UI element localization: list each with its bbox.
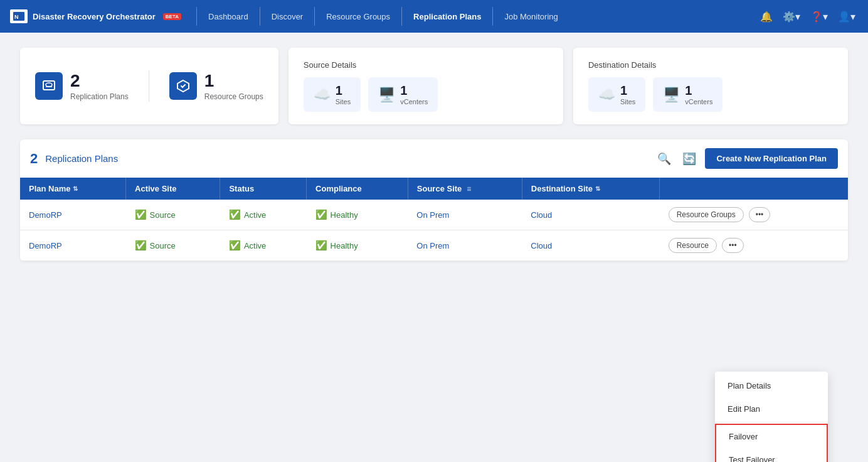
- nav-resource-groups[interactable]: Resource Groups: [317, 12, 399, 21]
- row2-source-site: On Prem: [408, 230, 522, 261]
- replication-count: 2: [70, 71, 129, 91]
- main-stats-card: 2 Replication Plans 1 Resource Groups: [20, 48, 278, 124]
- table-actions: 🔍 🔄 Create New Replication Plan: [655, 148, 838, 169]
- destination-vcenters-label: vCenters: [685, 98, 712, 105]
- row2-active-site: ✅ Source: [126, 230, 220, 261]
- col-status[interactable]: Status: [220, 178, 307, 200]
- source-vcenters-item: 🖥️ 1 vCenters: [368, 77, 438, 112]
- row2-plan-link[interactable]: DemoRP: [29, 241, 62, 250]
- svg-rect-2: [43, 81, 55, 90]
- user-icon[interactable]: 👤▾: [835, 8, 858, 25]
- row1-more-actions-button[interactable]: •••: [749, 207, 771, 222]
- col-plan-name[interactable]: Plan Name ⇅: [20, 178, 126, 200]
- search-button[interactable]: 🔍: [655, 149, 674, 168]
- row2-plan-name: DemoRP: [20, 230, 126, 261]
- row1-active-site: ✅ Source: [126, 200, 220, 230]
- row2-status-check-icon: ✅: [229, 240, 241, 251]
- row1-status-value: Active: [244, 210, 266, 220]
- navbar-right: 🔔 ⚙️▾ ❓▾ 👤▾: [758, 8, 858, 25]
- notification-icon[interactable]: 🔔: [758, 8, 775, 25]
- brand: N Disaster Recovery Orchestrator BETA: [10, 9, 181, 23]
- row1-destination-site: Cloud: [522, 200, 659, 230]
- dropdown-divider-1: [715, 422, 828, 422]
- main-content: 2 Replication Plans 1 Resource Groups: [0, 33, 868, 276]
- row1-status-check-icon: ✅: [229, 209, 241, 220]
- nav-replication-plans[interactable]: Replication Plans: [405, 12, 490, 21]
- dropdown-plan-details[interactable]: Plan Details: [715, 374, 828, 397]
- row2-compliance-value: Healthy: [331, 241, 358, 250]
- destination-vcenter-icon: 🖥️: [663, 87, 680, 103]
- row1-compliance-check-icon: ✅: [315, 209, 327, 220]
- table-section: 2 Replication Plans 🔍 🔄 Create New Repli…: [20, 139, 848, 261]
- source-vcenter-icon: 🖥️: [378, 87, 395, 103]
- row1-compliance-value: Healthy: [331, 210, 358, 220]
- beta-badge: BETA: [163, 13, 181, 20]
- replication-label: Replication Plans: [70, 92, 129, 101]
- source-sites-label: Sites: [336, 98, 351, 105]
- destination-detail-items: ☁️ 1 Sites 🖥️ 1 vCenters: [588, 77, 833, 112]
- dropdown-edit-plan[interactable]: Edit Plan: [715, 397, 828, 421]
- nav-divider-5: [492, 7, 493, 26]
- destination-sort-icon: ⇅: [595, 185, 600, 192]
- row1-compliance: ✅ Healthy: [307, 200, 408, 230]
- row2-source-link[interactable]: On Prem: [416, 241, 449, 250]
- dropdown-test-failover[interactable]: Test Failover: [716, 448, 827, 462]
- nav-divider-4: [401, 7, 402, 26]
- col-destination-site[interactable]: Destination Site ⇅: [522, 178, 659, 200]
- plan-count: 2: [30, 151, 38, 167]
- source-cloud-icon: ☁️: [314, 87, 331, 103]
- navbar: N Disaster Recovery Orchestrator BETA Da…: [0, 0, 868, 33]
- nav-dashboard[interactable]: Dashboard: [199, 12, 257, 21]
- destination-details-title: Destination Details: [588, 60, 833, 70]
- nav-job-monitoring[interactable]: Job Monitoring: [495, 12, 566, 21]
- table-row: DemoRP ✅ Source ✅ Active: [20, 230, 848, 261]
- destination-details-card: Destination Details ☁️ 1 Sites 🖥️ 1 vCen…: [573, 48, 848, 124]
- resource-groups-stat: 1 Resource Groups: [169, 71, 263, 101]
- plan-count-label: Replication Plans: [45, 153, 118, 164]
- row2-status-value: Active: [244, 241, 266, 250]
- row2-compliance-check-icon: ✅: [315, 240, 327, 251]
- source-details-title: Source Details: [304, 60, 548, 70]
- nav-divider-1: [196, 7, 197, 26]
- table-row: DemoRP ✅ Source ✅ Active: [20, 200, 848, 230]
- col-active-site[interactable]: Active Site: [126, 178, 220, 200]
- refresh-button[interactable]: 🔄: [680, 149, 699, 168]
- nav-discover[interactable]: Discover: [263, 12, 312, 21]
- plan-name-sort-icon: ⇅: [73, 185, 78, 192]
- row2-active-check-icon: ✅: [135, 240, 147, 251]
- source-filter-icon: ≡: [467, 185, 471, 193]
- brand-name: Disaster Recovery Orchestrator: [33, 12, 156, 21]
- nav-divider-3: [314, 7, 315, 26]
- replication-table: Plan Name ⇅ Active Site Status: [20, 178, 848, 261]
- replication-plans-stat: 2 Replication Plans: [35, 71, 129, 101]
- replication-plans-icon: [35, 72, 63, 100]
- resource-label: Resource Groups: [204, 92, 263, 101]
- row1-status: ✅ Active: [220, 200, 307, 230]
- row1-resource-groups-button[interactable]: Resource Groups: [669, 207, 744, 222]
- source-vcenters-label: vCenters: [400, 98, 428, 105]
- row2-more-actions-button[interactable]: •••: [722, 238, 744, 253]
- row2-status: ✅ Active: [220, 230, 307, 261]
- col-source-site[interactable]: Source Site ≡: [408, 178, 522, 200]
- row2-resource-groups-button[interactable]: Resource: [669, 238, 717, 253]
- row2-destination-link[interactable]: Cloud: [531, 241, 552, 250]
- source-vcenters-count: 1: [400, 83, 428, 98]
- row1-actions: Resource Groups •••: [660, 200, 848, 230]
- table-header-row: Plan Name ⇅ Active Site Status: [20, 178, 848, 200]
- destination-sites-label: Sites: [620, 98, 635, 105]
- destination-sites-count: 1: [620, 83, 635, 98]
- resource-groups-icon: [169, 72, 197, 100]
- row1-source-link[interactable]: On Prem: [416, 210, 449, 220]
- svg-point-3: [46, 83, 52, 87]
- row1-active-check-icon: ✅: [135, 209, 147, 220]
- source-details-card: Source Details ☁️ 1 Sites 🖥️ 1 vCenters: [288, 48, 563, 124]
- help-icon[interactable]: ❓▾: [808, 8, 830, 25]
- context-dropdown-menu: Plan Details Edit Plan Failover Test Fai…: [715, 372, 828, 462]
- row1-destination-link[interactable]: Cloud: [531, 210, 552, 220]
- dropdown-failover[interactable]: Failover: [716, 425, 827, 448]
- col-compliance[interactable]: Compliance: [307, 178, 408, 200]
- destination-vcenters-count: 1: [685, 83, 712, 98]
- create-replication-plan-button[interactable]: Create New Replication Plan: [705, 148, 838, 169]
- row1-plan-link[interactable]: DemoRP: [29, 210, 62, 220]
- settings-icon[interactable]: ⚙️▾: [780, 8, 803, 25]
